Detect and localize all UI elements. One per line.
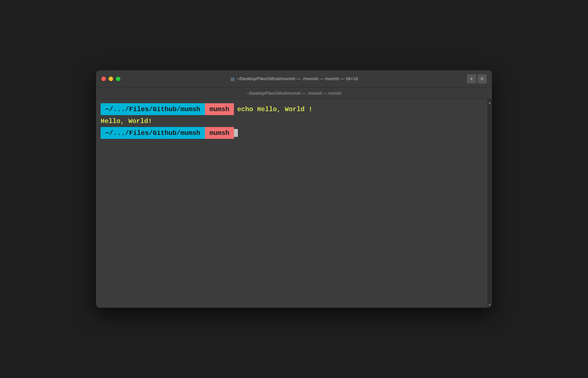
scrollbar[interactable]: ▲ ▼ (487, 99, 492, 308)
window-title: ▤ ~/Desktop/Files/Github/mumsh — ./mumsh… (230, 76, 358, 81)
prompt1-shell: mumsh (205, 103, 234, 115)
terminal-window: ▤ ~/Desktop/Files/Github/mumsh — ./mumsh… (96, 70, 492, 308)
traffic-lights (101, 77, 120, 81)
cursor (234, 129, 238, 137)
terminal-body[interactable]: ~/.../Files/Github/mumsh mumsh echo Hell… (96, 99, 492, 308)
scrollbar-down-button[interactable]: ▼ (487, 302, 492, 307)
tab-label: ~/Desktop/Files/Github/mumsh — ./mumsh —… (246, 91, 341, 96)
split-button[interactable]: ≡ (477, 74, 487, 83)
prompt1-command: echo Hello, World ! (234, 103, 316, 115)
maximize-button[interactable] (116, 77, 120, 81)
folder-icon: ▤ (230, 76, 235, 81)
prompt-line-2: ~/.../Files/Github/mumsh mumsh (101, 127, 487, 139)
title-bar-controls: + ≡ (467, 74, 487, 83)
prompt1-dir: ~/.../Files/Github/mumsh (101, 103, 205, 115)
close-button[interactable] (101, 77, 106, 81)
title-bar: ▤ ~/Desktop/Files/Github/mumsh — ./mumsh… (96, 70, 492, 87)
title-text: ~/Desktop/Files/Github/mumsh — ./mumsh —… (237, 76, 358, 81)
output-line: Hello, World! (101, 115, 487, 127)
split-icon: ≡ (480, 76, 483, 82)
prompt2-shell: mumsh (205, 127, 234, 139)
prompt-line-1: ~/.../Files/Github/mumsh mumsh echo Hell… (101, 103, 487, 115)
prompt2-dir: ~/.../Files/Github/mumsh (101, 127, 205, 139)
tab-bar: ~/Desktop/Files/Github/mumsh — ./mumsh —… (96, 87, 492, 99)
minimize-button[interactable] (109, 77, 113, 81)
scrollbar-up-button[interactable]: ▲ (487, 100, 492, 105)
add-tab-button[interactable]: + (467, 74, 476, 83)
